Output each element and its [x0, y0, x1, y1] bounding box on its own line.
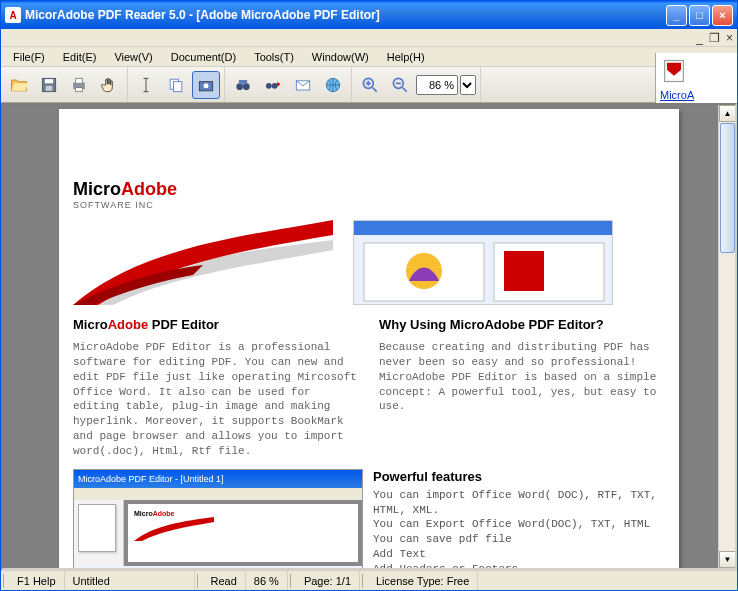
- logo: MicroAdobe SOFTWARE INC: [73, 179, 665, 210]
- mini-window-title: MicroAdobe PDF Editor - [Untitled 1]: [74, 474, 224, 484]
- menu-help[interactable]: Help(H): [379, 49, 433, 65]
- taskpane-link-1[interactable]: MicroA: [660, 89, 733, 101]
- toolbar: MicroA PDF E: [1, 67, 737, 103]
- svg-point-13: [266, 82, 272, 88]
- close-button[interactable]: ×: [712, 5, 733, 26]
- lower-row: MicroAdobe PDF Editor - [Untitled 1] Mic…: [73, 469, 665, 570]
- left-column: MicroAdobe PDF Editor MicroAdobe PDF Edi…: [73, 317, 359, 459]
- paragraph-description: MicroAdobe PDF Editor is a professional …: [73, 340, 359, 459]
- pdf-page: MicroAdobe SOFTWARE INC MicroAdobe PDF E…: [59, 109, 679, 570]
- document-viewport[interactable]: MicroAdobe SOFTWARE INC MicroAdobe PDF E…: [1, 103, 737, 570]
- hand-icon: [99, 75, 119, 95]
- text-cursor-icon: [136, 75, 156, 95]
- find-next-button[interactable]: [259, 71, 287, 99]
- hero-row: [73, 220, 665, 305]
- zoom-out-icon: [390, 75, 410, 95]
- menu-tools[interactable]: Tools(T): [246, 49, 302, 65]
- window-title: MicorAdobe PDF Reader 5.0 - [Adobe Micro…: [25, 8, 666, 22]
- vertical-scrollbar[interactable]: ▲ ▼: [718, 105, 735, 568]
- zoom-dropdown[interactable]: [460, 75, 476, 95]
- pdf-icon: [660, 57, 688, 85]
- snapshot-button[interactable]: [192, 71, 220, 99]
- email-button[interactable]: [289, 71, 317, 99]
- menu-view[interactable]: View(V): [106, 49, 160, 65]
- status-license: License Type: Free: [368, 571, 478, 590]
- svg-point-10: [236, 83, 243, 90]
- zoom-input[interactable]: [416, 75, 458, 95]
- scroll-thumb[interactable]: [720, 123, 735, 253]
- envelope-icon: [293, 75, 313, 95]
- svg-rect-21: [354, 221, 613, 235]
- printer-icon: [69, 75, 89, 95]
- floppy-icon: [39, 75, 59, 95]
- logo-adobe: Adobe: [121, 179, 177, 199]
- features-block: Powerful features You can import Office …: [373, 469, 665, 570]
- svg-point-14: [272, 82, 278, 88]
- text-columns: MicroAdobe PDF Editor MicroAdobe PDF Edi…: [73, 317, 665, 459]
- copy-icon: [166, 75, 186, 95]
- svg-rect-12: [239, 80, 247, 84]
- paragraph-why: Because creating and distributing PDF ha…: [379, 340, 665, 414]
- menubar: File(F) Edit(E) View(V) Document(D) Tool…: [1, 47, 737, 67]
- embedded-screenshot: MicroAdobe PDF Editor - [Untitled 1] Mic…: [73, 469, 363, 569]
- hero-screenshot-graphic: [353, 220, 613, 305]
- mdi-controls: _ ❐ ×: [1, 29, 737, 47]
- svg-rect-4: [76, 78, 83, 83]
- svg-rect-5: [76, 87, 83, 91]
- binoculars-arrow-icon: [263, 75, 283, 95]
- svg-rect-7: [174, 81, 182, 91]
- svg-rect-2: [46, 85, 53, 90]
- binoculars-icon: [233, 75, 253, 95]
- svg-point-11: [243, 83, 250, 90]
- svg-rect-1: [45, 79, 53, 83]
- scroll-down-button[interactable]: ▼: [719, 551, 736, 568]
- menu-document[interactable]: Document(D): [163, 49, 244, 65]
- hero-swoosh-graphic: [73, 220, 333, 305]
- print-button[interactable]: [65, 71, 93, 99]
- menu-file[interactable]: File(F): [5, 49, 53, 65]
- text-select-button[interactable]: [132, 71, 160, 99]
- heading-features: Powerful features: [373, 469, 665, 484]
- copy-button[interactable]: [162, 71, 190, 99]
- status-mode: Read: [203, 571, 246, 590]
- save-button[interactable]: [35, 71, 63, 99]
- menu-window[interactable]: Window(W): [304, 49, 377, 65]
- zoom-out-button[interactable]: [386, 71, 414, 99]
- mdi-minimize-button[interactable]: _: [696, 31, 703, 45]
- features-list: You can import Office Word( DOC), RTF, T…: [373, 488, 665, 570]
- camera-icon: [196, 75, 216, 95]
- zoom-in-icon: [360, 75, 380, 95]
- hand-tool-button[interactable]: [95, 71, 123, 99]
- mdi-close-button[interactable]: ×: [726, 31, 733, 45]
- status-help: F1 Help: [9, 571, 65, 590]
- web-button[interactable]: [319, 71, 347, 99]
- globe-icon: [323, 75, 343, 95]
- titlebar: A MicorAdobe PDF Reader 5.0 - [Adobe Mic…: [1, 1, 737, 29]
- zoom-in-button[interactable]: [356, 71, 384, 99]
- status-page: Page: 1/1: [296, 571, 360, 590]
- heading-editor: MicroAdobe PDF Editor: [73, 317, 359, 332]
- logo-micro: Micro: [73, 179, 121, 199]
- minimize-button[interactable]: _: [666, 5, 687, 26]
- svg-rect-25: [504, 251, 544, 291]
- application-window: A MicorAdobe PDF Reader 5.0 - [Adobe Mic…: [0, 0, 738, 591]
- scroll-up-button[interactable]: ▲: [719, 105, 736, 122]
- logo-subtitle: SOFTWARE INC: [73, 200, 665, 210]
- open-button[interactable]: [5, 71, 33, 99]
- maximize-button[interactable]: □: [689, 5, 710, 26]
- status-zoom: 86 %: [246, 571, 288, 590]
- heading-why: Why Using MicroAdobe PDF Editor?: [379, 317, 665, 332]
- menu-edit[interactable]: Edit(E): [55, 49, 105, 65]
- app-icon: A: [5, 7, 21, 23]
- content-area: MicroAdobe SOFTWARE INC MicroAdobe PDF E…: [1, 103, 737, 570]
- status-docname: Untitled: [65, 571, 195, 590]
- svg-point-9: [204, 83, 209, 88]
- mdi-restore-button[interactable]: ❐: [709, 31, 720, 45]
- find-button[interactable]: [229, 71, 257, 99]
- statusbar: F1 Help Untitled Read 86 % Page: 1/1 Lic…: [1, 570, 737, 590]
- folder-open-icon: [9, 75, 29, 95]
- right-column: Why Using MicroAdobe PDF Editor? Because…: [379, 317, 665, 459]
